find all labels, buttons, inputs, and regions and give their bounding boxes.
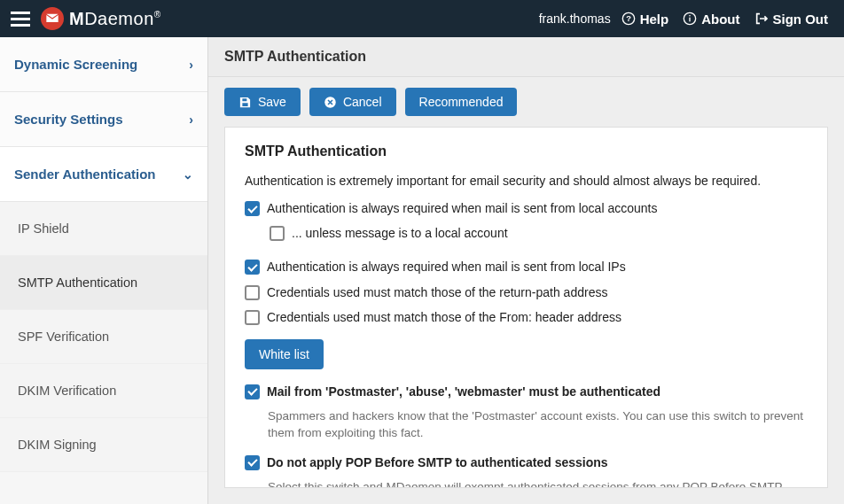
opt-pop-before[interactable]: Do not apply POP Before SMTP to authenti… <box>245 454 808 470</box>
sidebar-sub-spf-verification[interactable]: SPF Verification <box>0 310 207 364</box>
panel-title: SMTP Authentication <box>245 143 808 159</box>
checkbox[interactable] <box>245 285 260 300</box>
checkbox[interactable] <box>245 384 260 399</box>
checkbox[interactable] <box>245 260 260 275</box>
chevron-right-icon: › <box>189 58 193 72</box>
checkbox-label: Do not apply POP Before SMTP to authenti… <box>267 454 608 470</box>
checkbox-label: ... unless message is to a local account <box>292 225 508 241</box>
whitelist-button[interactable]: White list <box>245 339 324 369</box>
sidebar-item-label: Dynamic Screening <box>14 57 137 72</box>
envelope-icon <box>41 7 64 30</box>
checkbox[interactable] <box>245 310 260 325</box>
main: SMTP Authentication Save Cancel Recommen… <box>208 37 844 504</box>
opt-postmaster-desc: Spammers and hackers know that the 'Post… <box>268 408 808 442</box>
checkbox-label: Authentication is always required when m… <box>267 259 626 275</box>
svg-text:?: ? <box>626 14 631 23</box>
save-icon <box>238 96 252 109</box>
about-link[interactable]: About <box>676 12 746 27</box>
opt-local-accounts[interactable]: Authentication is always required when m… <box>245 200 808 216</box>
sidebar-sub-smtp-authentication[interactable]: SMTP Authentication <box>0 256 207 310</box>
chevron-down-icon: ⌄ <box>183 167 193 182</box>
checkbox[interactable] <box>270 226 285 241</box>
cancel-button[interactable]: Cancel <box>309 88 396 116</box>
checkbox-label: Authentication is always required when m… <box>267 200 657 216</box>
signout-link[interactable]: Sign Out <box>747 12 836 27</box>
page-title: SMTP Authentication <box>208 37 844 77</box>
sidebar-sub-dkim-verification[interactable]: DKIM Verification <box>0 364 207 418</box>
toolbar: Save Cancel Recommended <box>208 77 844 127</box>
help-link[interactable]: ? Help <box>614 12 676 27</box>
panel-intro: Authentication is extremely important fo… <box>245 174 808 188</box>
sidebar: Dynamic Screening › Security Settings › … <box>0 37 208 504</box>
opt-pop-before-desc: Select this switch and MDaemon will exem… <box>268 479 808 488</box>
chevron-right-icon: › <box>189 112 193 127</box>
recommended-button[interactable]: Recommended <box>405 88 518 116</box>
sidebar-item-sender-authentication[interactable]: Sender Authentication ⌄ <box>0 147 207 202</box>
sidebar-sub-ip-shield[interactable]: IP Shield <box>0 202 207 256</box>
svg-rect-4 <box>690 15 691 16</box>
checkbox[interactable] <box>245 201 260 216</box>
opt-match-from[interactable]: Credentials used must match those of the… <box>245 309 808 325</box>
sidebar-item-label: Security Settings <box>14 112 123 127</box>
app-name: MDaemon® <box>69 9 161 29</box>
checkbox-label: Credentials used must match those of the… <box>267 284 607 300</box>
info-icon <box>683 12 697 26</box>
sidebar-item-label: Sender Authentication <box>14 167 155 182</box>
opt-postmaster[interactable]: Mail from 'Postmaster', 'abuse', 'webmas… <box>245 384 808 399</box>
save-button[interactable]: Save <box>224 88 301 116</box>
settings-panel: SMTP Authentication Authentication is ex… <box>224 127 828 488</box>
topbar: MDaemon® frank.thomas ? Help About Sign … <box>0 0 844 37</box>
svg-rect-3 <box>690 18 691 22</box>
opt-unless-local[interactable]: ... unless message is to a local account <box>270 225 808 241</box>
cancel-icon <box>324 96 337 109</box>
sidebar-item-dynamic-screening[interactable]: Dynamic Screening › <box>0 37 207 92</box>
opt-match-return[interactable]: Credentials used must match those of the… <box>245 284 808 300</box>
checkbox-label: Mail from 'Postmaster', 'abuse', 'webmas… <box>267 384 660 399</box>
sidebar-sub-dkim-signing[interactable]: DKIM Signing <box>0 418 207 472</box>
username[interactable]: frank.thomas <box>532 12 614 26</box>
app-logo[interactable]: MDaemon® <box>41 7 161 30</box>
help-icon: ? <box>621 12 636 26</box>
opt-local-ips[interactable]: Authentication is always required when m… <box>245 259 808 275</box>
menu-icon[interactable] <box>0 12 41 27</box>
sidebar-item-security-settings[interactable]: Security Settings › <box>0 92 207 147</box>
checkbox-label: Credentials used must match those of the… <box>267 309 621 325</box>
checkbox[interactable] <box>245 455 260 470</box>
signout-icon <box>754 12 769 26</box>
